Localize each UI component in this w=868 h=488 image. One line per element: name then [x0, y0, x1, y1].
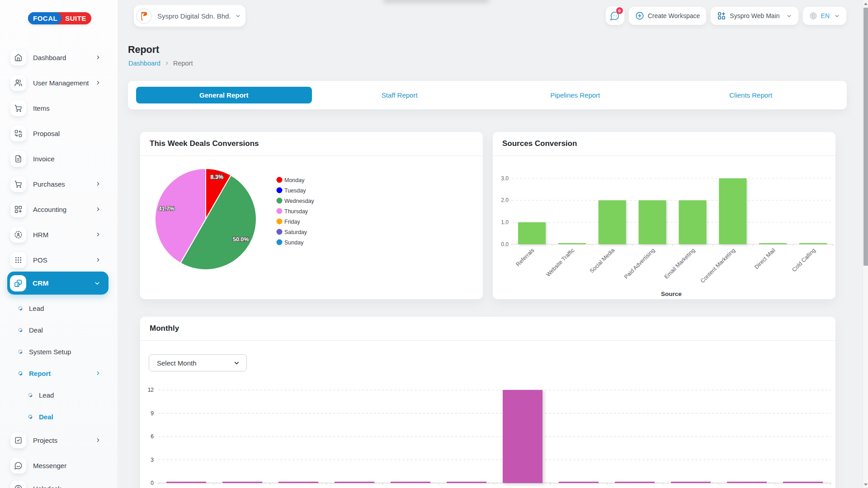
xtick-social-media: Social Media: [589, 247, 616, 275]
topbar: Syspro Digital Sdn. Bhd. 0 Create Worksp…: [118, 0, 863, 32]
breadcrumb: Dashboard Report: [128, 60, 193, 67]
dots-grid-icon: [10, 252, 26, 268]
tab-staff-report[interactable]: Staff Report: [312, 87, 488, 103]
chevron-right-icon: [95, 55, 101, 60]
sidebar-item-deal[interactable]: Deal: [18, 320, 107, 340]
orb-icon: [18, 306, 23, 310]
messages-button[interactable]: 0: [606, 6, 624, 25]
orb-icon: [28, 393, 33, 397]
sidebar-item-crm[interactable]: CRM: [7, 272, 108, 295]
sidebar-item-label: Projects: [33, 436, 57, 444]
globe-icon: [809, 12, 817, 20]
legend-dot-tuesday: [277, 188, 283, 193]
breadcrumb-current: Report: [173, 60, 193, 67]
scrollbar-down-arrow-icon: [864, 483, 868, 486]
sidebar-item-system-setup[interactable]: System Setup: [18, 342, 107, 361]
svg-text:1.0: 1.0: [501, 219, 509, 225]
plus-circle-icon: [635, 11, 644, 20]
monthly-bar-12: [783, 482, 823, 483]
chevron-right-icon: [95, 232, 101, 237]
monthly-bar-8: [559, 482, 599, 483]
page-scrollbar[interactable]: [863, 0, 868, 488]
legend-label-wednesday: Wednesday: [284, 198, 315, 204]
topbar-actions: 0 Create Workspace Syspro Web Main EN: [606, 7, 846, 25]
sidebar-item-deal-sub[interactable]: Deal: [28, 407, 107, 427]
sidebar-item-lead-sub[interactable]: Lead: [28, 385, 107, 405]
sidebar-item-purchases[interactable]: Purchases: [10, 174, 107, 194]
sidebar-item-hrm[interactable]: HRM: [10, 225, 107, 244]
sidebar-item-messenger[interactable]: Messenger: [10, 455, 107, 475]
sidebar-item-label: Proposal: [33, 130, 60, 137]
chevron-down-icon: [786, 13, 792, 19]
scrollbar-down-button[interactable]: [863, 481, 868, 488]
select-month-dropdown[interactable]: Select Month: [149, 354, 247, 371]
xtick-content-marketing: Content Marketing: [699, 247, 736, 284]
pie-slice-label: 50.0%: [233, 236, 249, 243]
svg-text:12: 12: [148, 387, 154, 393]
sidebar-item-user-management[interactable]: User Management: [10, 73, 107, 93]
bar-referrals: [518, 222, 546, 244]
app-logo[interactable]: FOCALSUITE: [28, 12, 91, 24]
workspace-switcher-label: Syspro Web Main: [730, 12, 779, 19]
monthly-bar-3: [278, 482, 318, 483]
sidebar-item-projects[interactable]: Projects: [10, 430, 107, 450]
sources-conversion-title: Sources Conversion: [493, 132, 835, 156]
monthly-bar-10: [671, 482, 711, 483]
legend-dot-thursday: [277, 208, 283, 214]
workspace-switcher[interactable]: Syspro Web Main: [711, 7, 798, 25]
chevron-right-icon: [165, 61, 169, 66]
legend-dot-saturday: [277, 229, 283, 235]
sidebar-item-accounting[interactable]: Accounting: [10, 199, 107, 219]
scrollbar-up-button[interactable]: [863, 0, 868, 7]
monthly-bar-4: [335, 482, 374, 483]
cart-icon: [10, 176, 26, 192]
workspace-name: Syspro Digital Sdn. Bhd.: [157, 12, 231, 20]
sidebar-item-invoice[interactable]: Invoice: [10, 149, 107, 169]
scrollbar-thumb[interactable]: [863, 8, 868, 266]
sidebar-item-label: User Management: [33, 79, 89, 87]
home-icon: [10, 50, 26, 66]
bar-email-marketing: [679, 200, 706, 244]
tab-pipelines-report[interactable]: Pipelines Report: [487, 87, 663, 103]
monthly-bar-11: [727, 482, 767, 483]
legend-label-tuesday: Tuesday: [284, 188, 306, 194]
file-icon: [10, 151, 26, 167]
sidebar-item-lead[interactable]: Lead: [18, 298, 107, 318]
workspace-selector[interactable]: Syspro Digital Sdn. Bhd.: [134, 5, 245, 27]
sidebar-item-label: HRM: [33, 231, 48, 239]
bar-paid-advertising: [639, 200, 666, 244]
xtick-cold-calling: Cold Calling: [791, 247, 817, 273]
sidebar-item-dashboard[interactable]: Dashboard: [10, 47, 107, 67]
cart-icon: [10, 100, 26, 116]
sidebar-item-report[interactable]: Report: [18, 363, 107, 383]
user-scan-icon: [10, 227, 26, 243]
chevron-right-icon: [95, 437, 101, 443]
users-icon: [10, 75, 26, 91]
language-selector[interactable]: EN: [803, 7, 846, 25]
monthly-card: Monthly Select Month 036912: [140, 317, 835, 488]
bar-cold-calling: [799, 243, 827, 244]
create-workspace-button[interactable]: Create Workspace: [629, 7, 707, 25]
legend-dot-monday: [277, 177, 283, 183]
sidebar-item-label: Items: [33, 104, 50, 112]
chevron-down-icon: [94, 280, 100, 286]
breadcrumb-dashboard[interactable]: Dashboard: [128, 60, 160, 67]
scrollbar-up-arrow-icon: [864, 3, 868, 5]
sidebar-item-label: Dashboard: [33, 54, 66, 61]
sidebar-item-pos[interactable]: POS: [10, 250, 107, 270]
monthly-chart: 036912: [140, 375, 835, 488]
pie-slice-label: 41.7%: [159, 206, 175, 212]
tab-general-report[interactable]: General Report: [136, 87, 312, 103]
tab-clients-report[interactable]: Clients Report: [663, 87, 839, 103]
chevron-right-icon: [95, 257, 101, 263]
workspace-avatar: [136, 8, 152, 24]
bar-social-media: [599, 200, 626, 244]
sidebar-item-proposal[interactable]: Proposal: [10, 123, 107, 143]
sidebar-item-helpdesk[interactable]: Helpdesk: [10, 479, 107, 488]
monthly-bar-2: [222, 482, 262, 483]
sidebar-item-label: Accounting: [33, 206, 66, 213]
sidebar-item-label: POS: [33, 256, 47, 264]
sidebar-item-label: Deal: [29, 326, 43, 334]
monthly-title: Monthly: [140, 317, 835, 341]
sidebar-item-items[interactable]: Items: [10, 98, 107, 118]
